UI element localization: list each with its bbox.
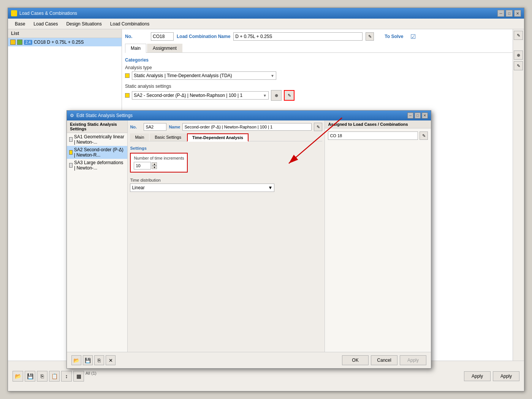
- dialog-icon: ⚙: [70, 113, 74, 118]
- dialog-no-label: No.: [130, 125, 141, 129]
- dialog-tab-basic[interactable]: Basic Settings: [150, 133, 186, 141]
- tab-assignment[interactable]: Assignment: [147, 44, 182, 52]
- dialog-tab-tda[interactable]: Time-Dependent Analysis: [187, 133, 249, 142]
- ok-button[interactable]: OK: [342, 355, 369, 365]
- dialog-bottom-delete[interactable]: ✕: [106, 355, 116, 365]
- dialog-minimize[interactable]: ─: [407, 112, 413, 119]
- analysis-type-dropdown[interactable]: Static Analysis | Time-Dependent Analysi…: [132, 71, 276, 80]
- dialog-body: Existing Static Analysis Settings SA1 Ge…: [67, 120, 431, 352]
- toolbar-sort[interactable]: ↕: [61, 371, 72, 382]
- toolbar-copy[interactable]: ⎘: [37, 371, 48, 382]
- spinner-up[interactable]: ▲: [152, 162, 157, 166]
- time-dist-label: Time distribution: [130, 178, 322, 182]
- dialog-right-header: Assigned to Load Cases / Combinations: [325, 120, 431, 128]
- name-label: Load Combination Name: [177, 34, 230, 39]
- apply-button-2[interactable]: Apply: [493, 371, 519, 381]
- dialog-title-bar: ⚙ Edit Static Analysis Settings ─ □ ✕: [67, 111, 431, 120]
- spinner-down[interactable]: ▼: [152, 166, 157, 169]
- settings-section: Settings Number of time increments ▲ ▼ T…: [130, 146, 322, 192]
- right-icons-panel: ✎ ⊕ ✎: [513, 29, 524, 361]
- dialog-bottom-save[interactable]: 💾: [83, 355, 93, 365]
- dialog-title: Edit Static Analysis Settings: [76, 113, 133, 118]
- dialog-bottom-copy[interactable]: ⎘: [94, 355, 104, 365]
- right-icon-1[interactable]: ✎: [514, 31, 523, 40]
- apply-button-1[interactable]: Apply: [464, 371, 491, 381]
- toolbar-paste[interactable]: 📋: [49, 371, 60, 382]
- analysis-type-label: Analysis type: [125, 65, 521, 70]
- num-increments-label: Number of time increments: [134, 156, 184, 160]
- sa1-label: SA1 Geometrically linear | Newton-...: [74, 134, 125, 145]
- list-header: List: [8, 29, 122, 38]
- assigned-input[interactable]: [328, 131, 418, 140]
- analysis-type-icon: [125, 73, 130, 78]
- dialog-title-controls: ─ □ ✕: [407, 112, 428, 119]
- dialog-spacer: [130, 192, 322, 350]
- menu-base[interactable]: Base: [11, 20, 29, 28]
- to-solve-label: To Solve: [385, 34, 407, 39]
- dialog-no-name-row: No. Name ✎: [130, 123, 322, 131]
- add-static-settings-button[interactable]: ⊕: [271, 90, 282, 101]
- color-box-yellow: [10, 40, 16, 45]
- dialog-close[interactable]: ✕: [422, 112, 428, 119]
- menu-load-combinations[interactable]: Load Combinations: [106, 20, 153, 28]
- dialog-bottom-buttons: OK Cancel Apply: [342, 355, 426, 365]
- tab-bar: Main Assignment: [125, 44, 521, 53]
- item-label: CO18 D + 0.75L + 0.25S: [34, 40, 84, 45]
- cancel-button[interactable]: Cancel: [371, 355, 397, 365]
- window-title: Load Cases & Combinations: [19, 11, 77, 16]
- static-settings-dropdown[interactable]: SA2 - Second-order (P-Δ) | Newton-Raphso…: [132, 91, 269, 100]
- no-input[interactable]: [151, 32, 174, 41]
- static-settings-arrow: ▼: [263, 93, 267, 98]
- dialog-bottom-icons: 📂 💾 ⎘ ✕: [71, 355, 116, 365]
- num-input-row: ▲ ▼: [134, 162, 184, 169]
- sa3-color: [69, 163, 73, 168]
- static-settings-group: Static analysis settings SA2 - Second-or…: [125, 84, 521, 101]
- dialog-edit-name-btn[interactable]: ✎: [314, 123, 322, 131]
- analysis-type-group: Analysis type Static Analysis | Time-Dep…: [125, 65, 521, 80]
- analysis-type-arrow: ▼: [271, 74, 274, 78]
- num-increments-input[interactable]: [134, 162, 151, 169]
- no-name-row: No. Load Combination Name ✎ To Solve ☑: [125, 32, 521, 41]
- toolbar-filter[interactable]: ▦: [73, 371, 84, 382]
- maximize-button[interactable]: □: [506, 10, 513, 17]
- spacer: [514, 41, 523, 49]
- title-bar-left: ⚡ Load Cases & Combinations: [11, 10, 77, 16]
- name-input[interactable]: [233, 32, 363, 41]
- toolbar-save[interactable]: 💾: [25, 371, 35, 382]
- toolbar-icons-left: 📂 💾 ⎘ 📋 ↕ ▦ All (1): [13, 371, 97, 382]
- to-solve-checkbox[interactable]: ☑: [410, 33, 416, 40]
- title-bar: ⚡ Load Cases & Combinations ─ □ ✕: [8, 8, 524, 19]
- dialog-apply-button[interactable]: Apply: [400, 355, 426, 365]
- time-dist-dropdown[interactable]: Linear ▼: [130, 184, 274, 192]
- dialog-maximize[interactable]: □: [415, 112, 421, 119]
- right-icon-3[interactable]: ✎: [514, 61, 523, 70]
- close-button[interactable]: ✕: [514, 10, 521, 17]
- dialog-name-input[interactable]: [182, 123, 312, 131]
- dialog-bottom: 📂 💾 ⎘ ✕ OK Cancel Apply: [67, 352, 431, 368]
- edit-static-settings-button[interactable]: ✎: [284, 90, 294, 101]
- dialog-bottom-open[interactable]: 📂: [71, 355, 81, 365]
- toolbar-open[interactable]: 📂: [13, 371, 23, 382]
- list-item[interactable]: 2.4 CO18 D + 0.75L + 0.25S: [8, 38, 122, 46]
- sa-list-item-sa2[interactable]: SA2 Second-order (P-Δ) | Newton-R...: [67, 146, 127, 159]
- color-box-green: [17, 40, 22, 45]
- bottom-buttons: Apply Apply: [464, 371, 519, 381]
- edit-name-button[interactable]: ✎: [366, 32, 374, 41]
- right-icon-2[interactable]: ⊕: [514, 51, 523, 60]
- app-icon: ⚡: [11, 10, 17, 16]
- dialog-title-left: ⚙ Edit Static Analysis Settings: [70, 113, 133, 118]
- analysis-type-value: Static Analysis | Time-Dependent Analysi…: [134, 73, 232, 78]
- tab-main[interactable]: Main: [125, 44, 146, 53]
- minimize-button[interactable]: ─: [497, 10, 504, 17]
- sa-list-item-sa1[interactable]: SA1 Geometrically linear | Newton-...: [67, 133, 127, 146]
- assigned-edit-btn[interactable]: ✎: [420, 131, 428, 140]
- dialog-tab-main[interactable]: Main: [130, 133, 149, 141]
- sa1-color: [69, 137, 73, 142]
- sa-list-item-sa3[interactable]: SA3 Large deformations | Newton-...: [67, 159, 127, 172]
- categories-header: Categories: [125, 57, 521, 63]
- all-label: All (1): [86, 371, 97, 382]
- dialog-no-input[interactable]: [144, 123, 166, 131]
- menu-load-cases[interactable]: Load Cases: [30, 20, 62, 28]
- menu-design-situations[interactable]: Design Situations: [62, 20, 105, 28]
- time-dist-value: Linear: [132, 185, 144, 190]
